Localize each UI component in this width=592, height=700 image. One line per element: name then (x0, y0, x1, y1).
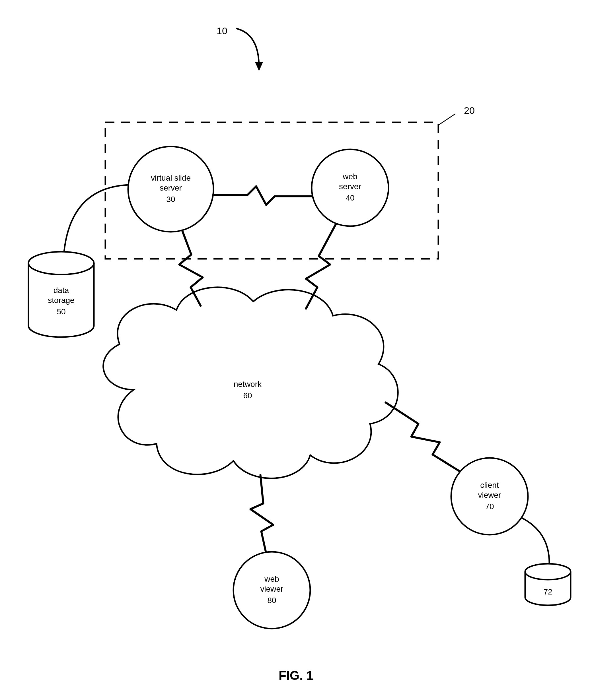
ref-server-group-leader (438, 114, 455, 125)
node-virtual-slide-server-label1: virtual slide (151, 173, 191, 182)
node-data-storage-label1: data (53, 286, 69, 295)
ref-overall-arrowhead (255, 62, 263, 71)
ref-server-group: 20 (464, 105, 475, 116)
node-client-viewer-label2: viewer (478, 491, 501, 499)
ref-overall: 10 (216, 25, 228, 36)
node-web-server-label1: web (342, 172, 357, 181)
node-web-viewer-label2: viewer (260, 585, 284, 593)
connector-network-webviewer (250, 475, 273, 553)
connector-network-client (386, 402, 461, 472)
node-virtual-slide-server-label2: server (160, 183, 182, 192)
figure-title: FIG. 1 (279, 668, 313, 682)
node-client-storage (525, 564, 571, 605)
node-network-num: 60 (243, 391, 252, 400)
ref-overall-arrow (236, 29, 259, 67)
connector-vss-webserver (213, 186, 312, 205)
node-data-storage-label2: storage (48, 296, 74, 305)
node-client-viewer-num: 70 (485, 502, 494, 511)
connector-client-storage (522, 518, 549, 563)
node-web-viewer-label1: web (264, 575, 279, 583)
node-virtual-slide-server-num: 30 (166, 195, 175, 204)
node-client-storage-num: 72 (543, 587, 552, 596)
node-network-label: network (234, 380, 262, 388)
node-web-server-num: 40 (346, 194, 354, 202)
node-web-viewer-num: 80 (267, 596, 276, 605)
node-client-viewer-label1: client (480, 481, 499, 489)
svg-point-1 (525, 564, 571, 580)
svg-point-0 (29, 252, 94, 274)
system-diagram: 10 20 virtual slide server 30 web server… (0, 0, 592, 700)
node-web-server-label2: server (339, 182, 361, 191)
connector-storage-vss (64, 185, 128, 252)
node-data-storage-num: 50 (57, 307, 65, 316)
